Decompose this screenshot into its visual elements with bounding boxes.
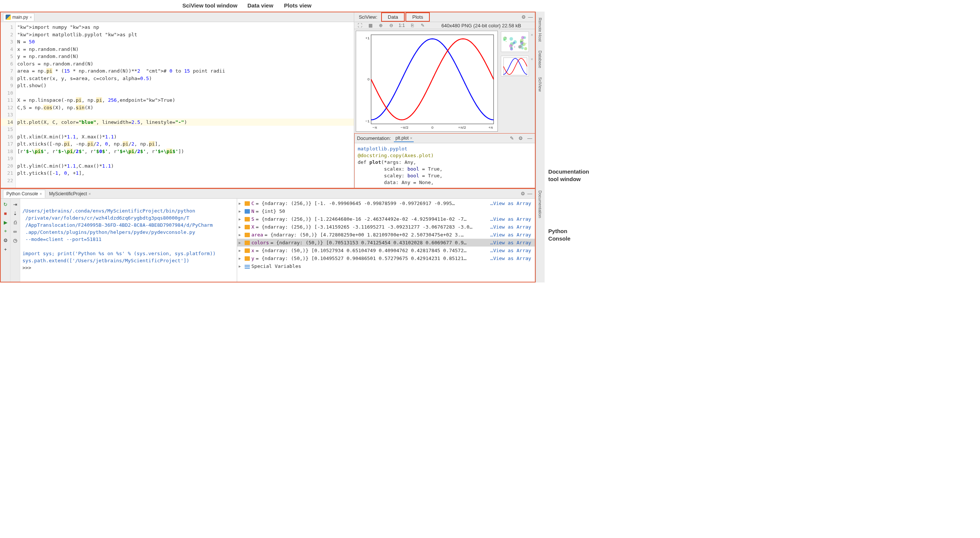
svg-text:−1: −1 <box>366 119 370 123</box>
sciview-tab-plots[interactable]: Plots <box>406 12 430 22</box>
var-row[interactable]: ▶ x = {ndarray: (50,)} [0.10527934 0.651… <box>237 247 535 255</box>
view-as-array-link[interactable]: …View as Array <box>490 223 534 231</box>
var-row[interactable]: ▶ X = {ndarray: (256,)} [-3.14159265 -3.… <box>237 223 535 231</box>
right-tool-rail: Remote Host Database SciView Documentati… <box>536 11 545 282</box>
svg-text:−π: −π <box>372 125 377 129</box>
close-icon[interactable]: × <box>531 57 533 61</box>
svg-point-23 <box>509 37 513 40</box>
edit-icon[interactable]: ✎ <box>509 135 515 142</box>
gear-icon[interactable]: ⚙ <box>518 135 523 142</box>
debug-icon[interactable]: ⌖ <box>2 228 9 235</box>
editor-code[interactable]: "kw">import numpy "kw">as np"kw">import … <box>16 22 354 188</box>
view-as-array-link[interactable]: …View as Array <box>490 239 534 246</box>
svg-point-21 <box>505 37 506 38</box>
view-as-array-link[interactable]: …View as Array <box>490 247 534 254</box>
rail-documentation[interactable]: Documentation <box>537 186 543 223</box>
label-doc-tool: Documentationtool window <box>548 168 589 183</box>
documentation-panel: Documentation: plt.plot × ✎ ⚙ — matplotl… <box>354 133 535 188</box>
label-sciview-tool: SciView tool window <box>178 2 242 9</box>
editor-tab-main[interactable]: main.py × <box>3 13 34 21</box>
view-as-array-link[interactable]: …View as Array <box>490 231 534 238</box>
settings-icon[interactable]: ⚙ <box>2 237 9 244</box>
var-row[interactable]: ▶ area = {ndarray: (50,)} [4.72808259e+0… <box>237 231 535 239</box>
view-as-array-link[interactable]: …View as Array <box>490 200 534 207</box>
zoom-out-icon[interactable]: ⊖ <box>388 22 395 29</box>
svg-point-26 <box>510 46 512 49</box>
plot-canvas: −π−π/20+π/2+π +10−1 <box>354 29 500 133</box>
svg-point-33 <box>524 47 527 50</box>
python-file-icon <box>6 14 11 20</box>
minimize-icon[interactable]: — <box>527 135 533 142</box>
close-icon[interactable]: × <box>410 136 412 140</box>
close-icon[interactable]: × <box>531 33 533 37</box>
console-action-bar-2: ⇥ ⇣ ⎙ ∞ ◷ <box>11 199 20 282</box>
zoom-in-icon[interactable]: ⊕ <box>377 22 384 29</box>
run-icon[interactable]: ▶ <box>2 219 9 226</box>
svg-text:+1: +1 <box>366 36 370 40</box>
editor-gutter: 12345678910111213141516171819202122 <box>1 22 16 188</box>
history-icon[interactable]: ◷ <box>12 237 19 244</box>
grid-icon[interactable]: ▦ <box>367 22 374 29</box>
var-row[interactable]: ▶ N = {int} 50 <box>237 207 535 215</box>
thumb-sincos[interactable]: × <box>501 56 529 76</box>
gear-icon[interactable]: ⚙ <box>520 191 526 197</box>
svg-point-28 <box>503 39 506 41</box>
image-info: 640x480 PNG (24-bit color) 22.58 kB <box>441 23 521 29</box>
picker-icon[interactable]: ✎ <box>419 22 426 29</box>
sciview-title: SciView: <box>356 13 380 21</box>
variables-panel: ▶ C = {ndarray: (256,)} [-1. -0.99969645… <box>237 199 535 282</box>
console-tab-python[interactable]: Python Console × <box>3 190 45 198</box>
rerun-icon[interactable]: ↻ <box>2 201 9 208</box>
fit-icon[interactable]: ⛶ <box>356 22 363 29</box>
svg-point-24 <box>514 46 515 48</box>
python-console: Python Console × MyScientificProject × ⚙… <box>1 188 535 282</box>
svg-point-32 <box>525 43 526 43</box>
soft-wrap-icon[interactable]: ⇥ <box>12 201 19 208</box>
svg-point-27 <box>519 46 521 48</box>
view-as-array-link[interactable]: …View as Array <box>490 255 534 262</box>
var-row[interactable]: ▶ colors = {ndarray: (50,)} [0.70513153 … <box>237 239 535 247</box>
svg-point-29 <box>522 36 524 39</box>
doc-body: matplotlib.pyplot @docstring.copy(Axes.p… <box>355 143 535 188</box>
doc-tab[interactable]: plt.plot × <box>394 135 414 142</box>
svg-text:−π/2: −π/2 <box>401 125 409 129</box>
console-output[interactable]: /Users/jetbrains/.conda/envs/MyScientifi… <box>20 199 237 282</box>
label-python-console: PythonConsole <box>548 228 589 242</box>
plot-svg: −π−π/20+π/2+π +10−1 <box>356 31 498 132</box>
ratio-button[interactable]: 1:1 <box>398 22 405 29</box>
add-icon[interactable]: + <box>2 246 9 253</box>
view-as-array-link[interactable]: …View as Array <box>490 215 534 223</box>
stop-icon[interactable]: ■ <box>2 210 9 216</box>
minimize-icon[interactable]: — <box>527 14 533 20</box>
close-icon[interactable]: × <box>40 191 42 196</box>
rail-sciview[interactable]: SciView <box>537 73 543 96</box>
var-special[interactable]: ▶Special Variables <box>237 262 535 270</box>
rail-remote-host[interactable]: Remote Host <box>537 13 543 46</box>
var-row[interactable]: ▶ y = {ndarray: (50,)} [0.10495527 0.904… <box>237 255 535 262</box>
editor-pane: main.py × 123456789101112131415161718192… <box>1 12 354 188</box>
thumb-scatter[interactable]: × <box>501 32 529 52</box>
sciview-tab-data[interactable]: Data <box>381 12 405 22</box>
sciview-toolbar: ⛶ ▦ ⊕ ⊖ 1:1 ⎘ ✎ 640x480 PNG (24-bit colo… <box>354 22 535 29</box>
minimize-icon[interactable]: — <box>527 191 533 197</box>
link-icon[interactable]: ∞ <box>12 228 19 235</box>
close-icon[interactable]: × <box>30 15 32 19</box>
scroll-icon[interactable]: ⇣ <box>12 210 19 216</box>
svg-point-30 <box>520 41 522 43</box>
print-icon[interactable]: ⎙ <box>12 219 19 226</box>
gear-icon[interactable]: ⚙ <box>521 14 527 20</box>
rail-database[interactable]: Database <box>537 46 543 73</box>
console-tab-project[interactable]: MyScientificProject × <box>46 190 94 197</box>
label-plots-view: Plots view <box>279 2 317 9</box>
doc-title: Documentation: <box>357 135 391 141</box>
svg-text:0: 0 <box>431 125 434 129</box>
editor-tabs: main.py × <box>1 12 354 22</box>
svg-point-18 <box>513 42 515 44</box>
var-row[interactable]: ▶ C = {ndarray: (256,)} [-1. -0.99969645… <box>237 199 535 207</box>
export-icon[interactable]: ⎘ <box>409 22 415 29</box>
svg-text:0: 0 <box>368 77 370 81</box>
close-icon[interactable]: × <box>89 191 91 196</box>
svg-text:+π: +π <box>488 125 493 129</box>
var-row[interactable]: ▶ S = {ndarray: (256,)} [-1.22464680e-16… <box>237 215 535 223</box>
console-action-bar: ↻ ■ ▶ ⌖ ⚙ + <box>1 199 11 282</box>
